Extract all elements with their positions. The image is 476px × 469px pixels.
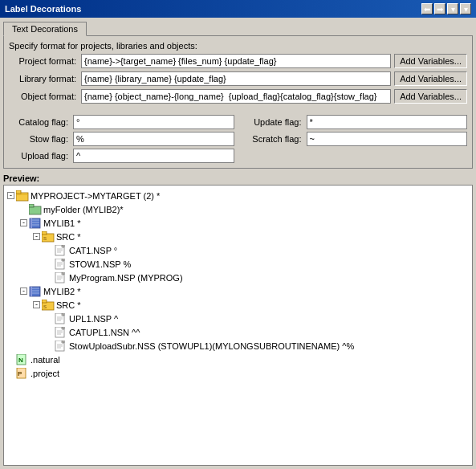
tree-toggle-button[interactable]: -	[33, 301, 40, 308]
tab-bar: Text Decorations	[3, 21, 473, 36]
project-format-input[interactable]	[81, 54, 391, 68]
catalog-flag-label: Catalog flag:	[9, 117, 73, 127]
describe-text: Specify format for projects, libraries a…	[9, 41, 467, 51]
tree-node-label: .natural	[31, 355, 60, 365]
stow-flag-label: Stow flag:	[9, 134, 73, 144]
tree-node-label: SRC *	[56, 300, 81, 310]
tree-node-label: UPL1.NSP ^	[69, 314, 118, 324]
tree-toggle-button[interactable]: -	[20, 219, 27, 226]
list-item[interactable]: - MYPROJECT->MYTARGET (2) *	[7, 189, 469, 202]
document-icon	[55, 259, 67, 270]
upload-flag-row: Upload flag:	[9, 149, 234, 163]
object-add-variables-button[interactable]: Add Variables...	[394, 89, 467, 104]
list-item[interactable]: - S SRC *	[7, 230, 469, 243]
src-folder-icon: S	[42, 300, 55, 311]
upload-flag-input[interactable]	[73, 149, 234, 163]
svg-text:N: N	[18, 357, 23, 364]
title-bar-buttons[interactable]: ⬅ ➡ ▾ ▾	[421, 3, 471, 14]
title-bar: Label Decorations ⬅ ➡ ▾ ▾	[0, 0, 476, 18]
project-add-variables-button[interactable]: Add Variables...	[394, 54, 467, 68]
scratch-flag-input[interactable]	[307, 132, 468, 146]
stow-flag-row: Stow flag:	[9, 132, 234, 146]
list-item[interactable]: - MYLIB2 *	[7, 284, 469, 298]
flags-section: Catalog flag: Update flag: Stow flag: Sc…	[9, 115, 467, 163]
tree-node-label: STOW1.NSP %	[69, 259, 131, 269]
library-format-label: Library format:	[9, 74, 81, 84]
update-flag-row: Update flag:	[242, 115, 468, 129]
preview-tree[interactable]: - MYPROJECT->MYTARGET (2) * myFolder (MY…	[3, 185, 473, 466]
scratch-flag-row: Scratch flag:	[242, 132, 468, 146]
preview-section: Preview: - MYPROJECT->MYTARGET (2) * myF…	[3, 173, 473, 466]
update-flag-label: Update flag:	[242, 117, 307, 127]
tab-content: Specify format for projects, libraries a…	[3, 36, 473, 169]
document-icon	[55, 327, 67, 338]
document-icon	[55, 272, 67, 283]
svg-text:S: S	[43, 304, 47, 309]
library-format-row: Library format: Add Variables...	[9, 71, 467, 86]
catalog-flag-row: Catalog flag:	[9, 115, 234, 129]
object-format-input[interactable]	[81, 89, 391, 104]
tree-node-label: CATUPL1.NSN ^^	[69, 328, 140, 337]
nav-back-button[interactable]: ⬅	[421, 3, 433, 14]
project-file-icon: P	[16, 368, 29, 379]
main-content: Text Decorations Specify format for proj…	[0, 18, 476, 469]
library-format-input[interactable]	[81, 71, 391, 86]
catalog-flag-input[interactable]	[73, 115, 234, 129]
project-format-label: Project format:	[9, 56, 81, 66]
nav-forward-button[interactable]: ➡	[434, 3, 445, 14]
list-item[interactable]: N .natural	[7, 353, 469, 366]
object-format-row: Object format: Add Variables...	[9, 89, 467, 104]
list-item[interactable]: MyProgram.NSP (MYPROG)	[7, 271, 469, 284]
document-icon	[55, 341, 67, 352]
list-item[interactable]: StowUploadSubr.NSS (STOWUPL1)(MYLONGSUBR…	[7, 339, 469, 353]
tree-node-label: MYPROJECT->MYTARGET (2) *	[31, 191, 160, 201]
list-item[interactable]: CAT1.NSP °	[7, 243, 469, 257]
svg-rect-1	[16, 190, 21, 194]
tree-node-label: myFolder (MYLIB2)*	[43, 205, 124, 214]
tree-node-label: .project	[31, 369, 59, 378]
tree-node-label: MYLIB2 *	[43, 287, 80, 296]
list-item[interactable]: - S SRC *	[7, 298, 469, 312]
tree-node-label: SRC *	[56, 232, 81, 242]
object-format-label: Object format:	[9, 92, 81, 101]
tab-text-decorations[interactable]: Text Decorations	[3, 22, 87, 36]
tab-container: Text Decorations Specify format for proj…	[3, 21, 473, 169]
library-book-icon	[29, 218, 42, 229]
svg-rect-6	[31, 218, 32, 228]
tree-node-label: MyProgram.NSP (MYPROG)	[69, 273, 183, 283]
menu-button[interactable]: ▾	[447, 3, 458, 14]
tree-toggle-button[interactable]: -	[20, 288, 27, 295]
src-folder-icon: S	[42, 231, 55, 243]
library-book-icon	[29, 286, 42, 297]
svg-text:P: P	[18, 370, 22, 377]
dropdown-button[interactable]: ▾	[460, 3, 471, 14]
project-format-row: Project format: Add Variables...	[9, 54, 467, 68]
tree-node-label: StowUploadSubr.NSS (STOWUPL1)(MYLONGSUBR…	[69, 341, 354, 351]
document-icon	[55, 313, 67, 324]
tree-toggle-button[interactable]: -	[7, 192, 14, 199]
list-item[interactable]: STOW1.NSP %	[7, 257, 469, 271]
svg-rect-0	[16, 193, 28, 201]
library-add-variables-button[interactable]: Add Variables...	[394, 71, 467, 86]
scratch-flag-label: Scratch flag:	[242, 134, 307, 144]
list-item[interactable]: myFolder (MYLIB2)*	[7, 202, 469, 216]
window-title: Label Decorations	[5, 4, 81, 14]
svg-rect-11	[42, 231, 47, 234]
list-item[interactable]: - MYLIB1 *	[7, 216, 469, 230]
preview-label: Preview:	[3, 173, 473, 183]
natural-file-icon: N	[16, 354, 29, 365]
upload-flag-label: Upload flag:	[9, 151, 73, 161]
list-item[interactable]: P .project	[7, 366, 469, 380]
svg-rect-34	[42, 300, 47, 303]
list-item[interactable]: UPL1.NSP ^	[7, 312, 469, 325]
list-item[interactable]: CATUPL1.NSN ^^	[7, 325, 469, 339]
document-icon	[55, 245, 67, 256]
stow-flag-input[interactable]	[73, 132, 234, 146]
update-flag-input[interactable]	[307, 115, 468, 129]
tree-toggle-button[interactable]: -	[33, 233, 40, 240]
svg-rect-3	[29, 206, 41, 214]
green-folder-icon	[29, 204, 42, 215]
project-folder-icon	[16, 190, 29, 202]
tree-node-label: CAT1.NSP °	[69, 246, 117, 255]
svg-rect-29	[31, 287, 32, 296]
